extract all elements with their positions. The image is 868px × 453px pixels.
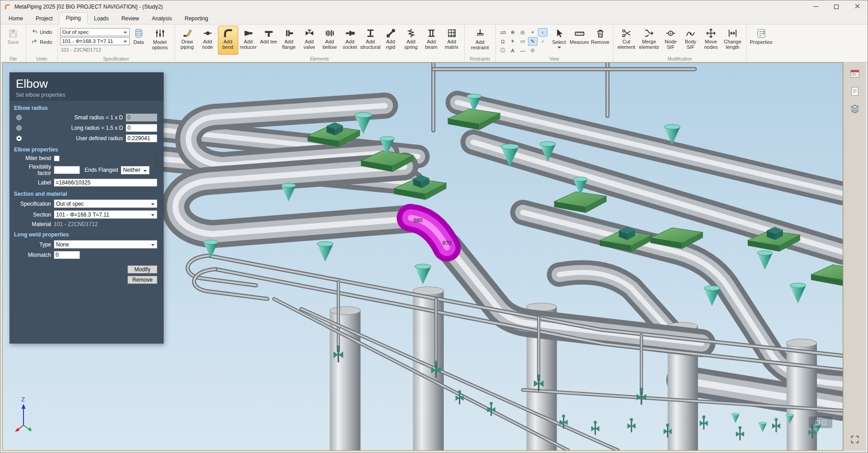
label-input[interactable] xyxy=(54,179,157,187)
section-dropdown-panel[interactable]: 101 - Φ=168.3 T=7.11 xyxy=(54,210,157,219)
remove-element-button[interactable]: Remove xyxy=(127,276,157,284)
minimize-button[interactable] xyxy=(805,0,826,13)
close-icon xyxy=(855,4,860,10)
remove-button[interactable]: Remove xyxy=(590,26,611,55)
body-sif-button[interactable]: Body SIF xyxy=(681,26,701,55)
small-radius-row: Small radius = 1 x D xyxy=(16,113,157,122)
add-bellow-button[interactable]: Add bellow xyxy=(320,26,340,55)
window-title: MetaPiping 2025 [02 BIG PROJECT NAVIGATI… xyxy=(14,4,163,10)
add-flange-button[interactable]: Add flange xyxy=(279,26,299,55)
eye-icon[interactable]: ◎ xyxy=(518,28,528,37)
long-radius-radio[interactable] xyxy=(16,125,22,131)
add-rigid-button[interactable]: Add rigid xyxy=(381,26,401,55)
mismatch-input[interactable] xyxy=(54,251,80,259)
tab-project[interactable]: Project xyxy=(29,13,59,24)
tab-reporting[interactable]: Reporting xyxy=(178,13,214,24)
add-rigid-icon xyxy=(386,28,396,38)
flexibility-factor-input[interactable] xyxy=(54,166,80,174)
info-icon[interactable]: ⓘ xyxy=(498,46,508,55)
expand-icon xyxy=(850,434,860,444)
save-button[interactable]: Save xyxy=(3,26,24,55)
merge-elements-label: Merge elements xyxy=(638,39,660,50)
user-radius-radio[interactable] xyxy=(16,136,22,141)
redo-button[interactable]: Redo xyxy=(28,38,55,46)
section-dropdown[interactable]: 101 - Φ=168.3 T=7.11 xyxy=(60,37,130,45)
font-icon[interactable]: A xyxy=(508,46,518,55)
measure-button[interactable]: Measure xyxy=(569,26,590,55)
add-beam-button[interactable]: Add beam xyxy=(421,26,442,55)
add-bend-button[interactable]: Add bend xyxy=(218,26,238,55)
maximize-button[interactable] xyxy=(826,0,847,13)
maximize-icon xyxy=(834,5,839,9)
add-matrix-label: Add matrix xyxy=(442,39,462,50)
draw-piping-button[interactable]: Draw piping xyxy=(177,26,198,55)
change-length-button[interactable]: Change length xyxy=(722,26,744,55)
cut-element-button[interactable]: Cut element xyxy=(616,26,637,55)
add-restraint-button[interactable]: Add restraint xyxy=(467,26,493,55)
add-valve-button[interactable]: Add valve xyxy=(299,26,320,55)
weld-type-label: Type xyxy=(16,241,51,248)
move-nodes-label: Move nodes xyxy=(701,39,721,50)
layers-panel-button[interactable] xyxy=(848,102,862,116)
add-rigid-label: Add rigid xyxy=(381,39,401,50)
add-matrix-button[interactable]: Add matrix xyxy=(442,26,462,55)
pencil-icon[interactable]: ✎ xyxy=(528,37,538,46)
modify-button[interactable]: Modify xyxy=(127,265,157,274)
model-options-label: Model options xyxy=(148,40,172,51)
data-button[interactable]: Data xyxy=(130,26,148,55)
specification-dropdown[interactable]: Out of spec xyxy=(54,199,157,208)
magnet-icon[interactable]: Ω xyxy=(498,37,508,46)
measure-label: Measure xyxy=(570,40,589,45)
gender-icon[interactable]: ♂ xyxy=(538,37,547,46)
close-button[interactable] xyxy=(847,0,868,13)
undo-button[interactable]: Undo xyxy=(28,28,55,36)
add-tee-button[interactable]: Add tee xyxy=(259,26,279,55)
circle-plus-icon[interactable]: ⊕ xyxy=(508,28,518,37)
miter-bend-checkbox[interactable] xyxy=(54,156,60,161)
add-socket-button[interactable]: Add socket xyxy=(340,26,360,55)
tab-home[interactable]: Home xyxy=(2,13,29,24)
section-label: Section xyxy=(16,212,51,218)
target-icon[interactable]: ⊙ xyxy=(528,46,538,55)
document-panel-button[interactable] xyxy=(848,85,862,98)
tab-loads[interactable]: Loads xyxy=(88,13,115,24)
add-node-button[interactable]: Add node xyxy=(198,26,218,55)
tab-review[interactable]: Review xyxy=(115,13,145,24)
small-radius-input[interactable] xyxy=(126,113,157,122)
ends-flanged-dropdown[interactable]: Neither xyxy=(121,166,150,175)
add-reducer-button[interactable]: Add reducer xyxy=(238,26,259,55)
titlebar: MetaPiping 2025 [02 BIG PROJECT NAVIGATI… xyxy=(0,0,868,13)
small-radius-radio[interactable] xyxy=(16,115,22,120)
select-button[interactable]: Select xyxy=(549,26,569,55)
menu-tabs: Home Project Piping Loads Review Analysi… xyxy=(0,13,868,24)
tools-panel-button[interactable] xyxy=(848,67,862,80)
undo-label: Undo xyxy=(40,29,52,35)
tab-piping[interactable]: Piping xyxy=(59,12,87,24)
node-label-980: 980 xyxy=(413,217,422,224)
hanger-icon[interactable]: ♀ xyxy=(538,28,547,37)
tab-analysis[interactable]: Analysis xyxy=(146,13,179,24)
move-nodes-button[interactable]: Move nodes xyxy=(701,26,722,55)
weld-type-dropdown[interactable]: None xyxy=(54,240,157,249)
plane-icon[interactable]: ▭ xyxy=(518,37,528,46)
properties-button[interactable]: Properties xyxy=(749,26,774,55)
app-icon xyxy=(4,3,11,10)
merge-elements-button[interactable]: Merge elements xyxy=(637,26,661,55)
miter-bend-label: Miter bend xyxy=(16,155,51,161)
long-radius-input[interactable] xyxy=(126,124,157,132)
user-radius-input[interactable] xyxy=(126,134,157,142)
add-structural-button[interactable]: Add structural xyxy=(360,26,381,55)
measure-icon xyxy=(574,28,585,39)
add-spring-button[interactable]: Add spring xyxy=(401,26,421,55)
node-numbers-icon[interactable]: 123 xyxy=(498,28,508,37)
move-nodes-icon xyxy=(706,28,716,38)
sun-icon[interactable]: ☀ xyxy=(508,37,518,46)
line-icon[interactable]: — xyxy=(518,46,528,55)
spec-dropdown[interactable]: Out of spec xyxy=(60,28,130,36)
model-options-button[interactable]: Model options xyxy=(148,26,172,55)
crosshair-icon[interactable]: ⌖ xyxy=(528,28,538,37)
node-sif-button[interactable]: Node SIF xyxy=(661,26,681,55)
node-sif-label: Node SIF xyxy=(661,39,680,50)
fullscreen-button[interactable] xyxy=(848,433,862,446)
weld-type-row: Type None xyxy=(16,240,157,249)
